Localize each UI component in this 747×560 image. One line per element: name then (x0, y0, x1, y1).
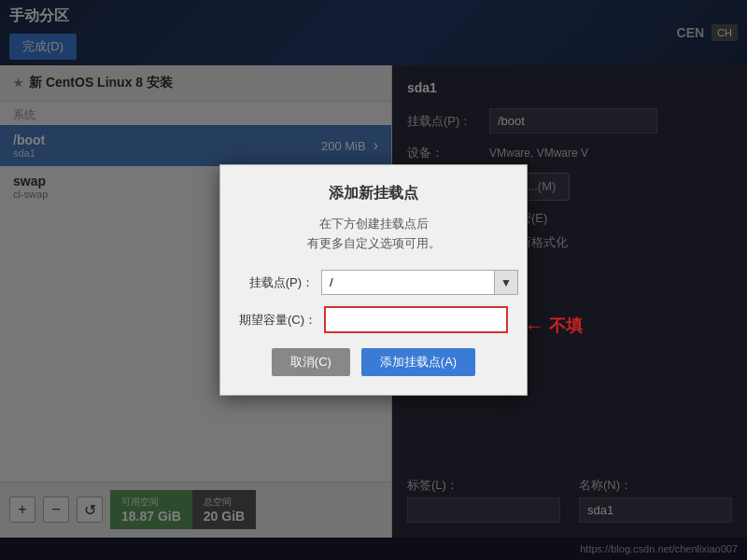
modal-description: 在下方创建挂载点后有更多自定义选项可用。 (239, 215, 508, 254)
modal-mount-point-row: 挂载点(P)： ▼ (239, 270, 508, 295)
add-mount-point-modal: 添加新挂载点 在下方创建挂载点后有更多自定义选项可用。 挂载点(P)： ▼ 期望… (219, 164, 528, 397)
modal-mount-input[interactable] (321, 270, 495, 295)
modal-capacity-wrapper (324, 306, 508, 333)
modal-buttons: 取消(C) 添加挂载点(A) (239, 348, 508, 376)
modal-mount-dropdown[interactable]: ▼ (495, 270, 518, 295)
modal-cancel-button[interactable]: 取消(C) (272, 348, 350, 376)
modal-capacity-row: 期望容量(C)： (239, 306, 508, 333)
annotation-text: 不填 (549, 315, 583, 337)
modal-mount-label: 挂载点(P)： (239, 274, 314, 291)
modal-title: 添加新挂载点 (239, 184, 508, 203)
modal-capacity-input[interactable] (324, 306, 508, 333)
modal-capacity-label: 期望容量(C)： (239, 312, 317, 329)
modal-mount-wrapper: ▼ (321, 270, 518, 295)
modal-overlay: 添加新挂载点 在下方创建挂载点后有更多自定义选项可用。 挂载点(P)： ▼ 期望… (0, 0, 747, 560)
modal-add-button[interactable]: 添加挂载点(A) (361, 348, 475, 376)
